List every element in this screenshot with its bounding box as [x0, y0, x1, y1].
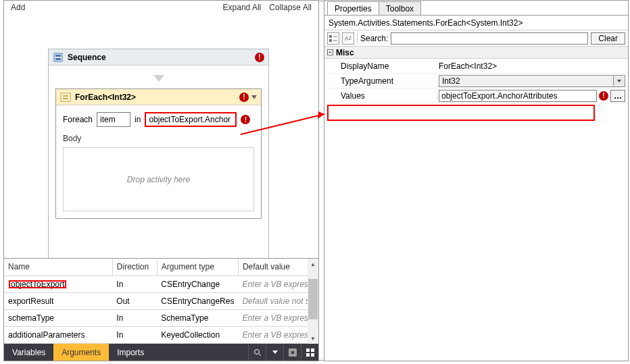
arg-direction[interactable]: In	[112, 309, 157, 326]
tab-variables[interactable]: Variables	[4, 344, 53, 361]
svg-line-5	[259, 354, 261, 356]
misc-category-header[interactable]: − Misc	[324, 47, 628, 59]
col-type[interactable]: Argument type	[157, 259, 238, 276]
clear-button[interactable]: Clear	[591, 32, 625, 45]
prop-displayname[interactable]: DisplayName ForEach<Int32>	[324, 59, 628, 74]
scroll-up-button[interactable]: ▲	[308, 259, 318, 269]
arg-direction[interactable]: In	[112, 326, 157, 343]
property-toolbar: AZ Search: Clear	[324, 30, 628, 47]
drop-target-top-icon[interactable]	[153, 75, 164, 82]
arg-name[interactable]: schemaType	[4, 309, 112, 326]
search-icon[interactable]	[248, 344, 266, 361]
svg-rect-2	[55, 58, 61, 60]
svg-rect-13	[329, 39, 332, 42]
error-icon[interactable]: !	[255, 53, 264, 62]
tab-toolbox[interactable]: Toolbox	[379, 1, 421, 15]
chevron-down-icon[interactable]	[613, 76, 624, 86]
sequence-icon	[53, 52, 64, 63]
arg-type[interactable]: CSEntryChange	[157, 276, 238, 292]
sequence-title: Sequence	[68, 53, 255, 62]
arg-default[interactable]: Enter a VB express	[238, 326, 318, 343]
arg-name[interactable]: additionalParameters	[4, 326, 112, 343]
values-input[interactable]	[439, 90, 597, 102]
search-label: Search:	[360, 34, 388, 43]
svg-point-4	[254, 349, 259, 354]
svg-rect-3	[61, 93, 70, 101]
add-link[interactable]: Add	[7, 3, 29, 12]
workflow-designer: Add Expand All Collapse All Sequence !	[3, 0, 319, 361]
foreach-header[interactable]: ForEach<Int32> !	[56, 89, 261, 105]
arg-default[interactable]: Default value not su	[238, 292, 318, 309]
argument-row[interactable]: schemaTypeInSchemaTypeEnter a VB express	[4, 309, 318, 326]
designer-toolbar: Add Expand All Collapse All	[4, 1, 318, 14]
arg-type[interactable]: SchemaType	[157, 309, 238, 326]
dock-splitter[interactable]	[318, 1, 324, 361]
body-label: Body	[63, 134, 254, 143]
foreach-icon	[60, 92, 71, 103]
arg-default[interactable]: Enter a VB express	[238, 309, 318, 326]
svg-rect-10	[306, 353, 310, 357]
sequence-header[interactable]: Sequence !	[49, 49, 268, 66]
overview-icon[interactable]	[301, 344, 318, 361]
property-panel: Properties Toolbox System.Activities.Sta…	[324, 0, 629, 361]
argument-row[interactable]: additionalParametersInKeyedCollectionEnt…	[4, 326, 318, 343]
designer-canvas[interactable]: Sequence ! ForEach<Int32> !	[4, 14, 318, 258]
collapse-icon[interactable]: −	[327, 49, 333, 55]
col-direction[interactable]: Direction	[112, 259, 157, 276]
type-select[interactable]: Int32	[439, 75, 625, 87]
arg-direction[interactable]: In	[112, 276, 157, 292]
tab-imports[interactable]: Imports	[109, 344, 152, 361]
foreach-body: Foreach in ! Body Drop activity here	[56, 105, 261, 218]
categorized-view-icon[interactable]	[327, 32, 339, 45]
expand-all-link[interactable]: Expand All	[219, 3, 266, 12]
arg-name[interactable]: objectToExport	[4, 276, 112, 292]
foreach-activity[interactable]: ForEach<Int32> ! Foreach in ! Body	[55, 88, 262, 219]
svg-rect-7	[291, 350, 295, 355]
grid-scrollbar[interactable]: ▲ ▼	[308, 259, 318, 344]
prop-label: DisplayName	[324, 61, 436, 71]
sequence-body: ForEach<Int32> ! Foreach in ! Body	[49, 66, 268, 224]
drop-hint: Drop activity here	[127, 175, 190, 184]
property-search-input[interactable]	[391, 32, 588, 45]
scroll-down-button[interactable]: ▼	[308, 333, 318, 344]
zoom-dropdown[interactable]	[266, 344, 283, 361]
argument-row[interactable]: objectToExportInCSEntryChangeEnter a VB …	[4, 276, 318, 292]
col-default[interactable]: Default value	[238, 259, 318, 276]
arg-type[interactable]: CSEntryChangeRes	[157, 292, 238, 309]
alphabetical-view-icon[interactable]: AZ	[342, 32, 354, 45]
prop-value-wrap: ! …	[436, 90, 628, 102]
panel-tab-row: Properties Toolbox	[324, 1, 628, 16]
prop-value[interactable]: ForEach<Int32>	[436, 61, 628, 71]
prop-value[interactable]: Int32	[436, 75, 628, 87]
tab-properties[interactable]: Properties	[327, 1, 379, 15]
svg-rect-11	[311, 353, 314, 357]
col-name[interactable]: Name	[4, 259, 112, 276]
collection-expression-input[interactable]	[145, 112, 237, 127]
prop-label: TypeArgument	[324, 76, 436, 86]
error-icon[interactable]: !	[599, 91, 608, 101]
scroll-thumb[interactable]	[308, 279, 318, 319]
prop-typeargument[interactable]: TypeArgument Int32	[324, 74, 628, 88]
foreach-keyword: Foreach	[63, 115, 93, 124]
type-select-value: Int32	[442, 76, 460, 86]
arg-type[interactable]: KeyedCollection	[157, 326, 238, 343]
ellipsis-button[interactable]: …	[610, 90, 625, 102]
arg-name[interactable]: exportResult	[4, 292, 112, 309]
collapse-toggle-icon[interactable]	[251, 95, 257, 99]
svg-rect-1	[55, 55, 61, 57]
loop-variable-input[interactable]	[97, 112, 130, 127]
fit-to-screen-icon[interactable]	[283, 344, 301, 361]
prop-values[interactable]: Values ! …	[324, 88, 628, 103]
collapse-all-link[interactable]: Collapse All	[265, 3, 316, 12]
prop-label: Values	[324, 91, 436, 101]
error-icon[interactable]: !	[239, 93, 249, 102]
arg-default[interactable]: Enter a VB express	[238, 276, 318, 292]
body-drop-zone[interactable]: Drop activity here	[63, 147, 254, 211]
error-icon[interactable]: !	[241, 115, 250, 124]
argument-row[interactable]: exportResultOutCSEntryChangeResDefault v…	[4, 292, 318, 309]
selected-type-label: System.Activities.Statements.ForEach<Sys…	[324, 16, 628, 30]
sequence-activity[interactable]: Sequence ! ForEach<Int32> !	[48, 49, 269, 258]
tab-arguments[interactable]: Arguments	[53, 344, 109, 361]
arguments-grid[interactable]: Name Direction Argument type Default val…	[4, 258, 318, 344]
arg-direction[interactable]: Out	[112, 292, 157, 309]
